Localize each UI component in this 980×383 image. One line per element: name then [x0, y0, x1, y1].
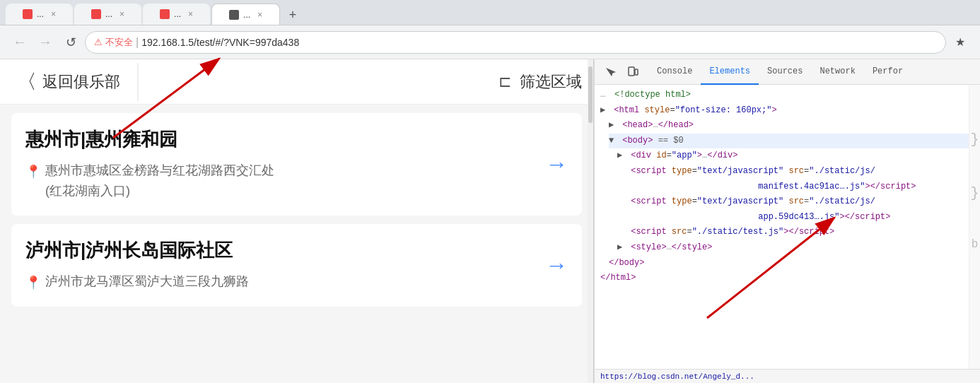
dt-expand-head[interactable]: ▶ — [609, 118, 617, 134]
dt-tab-elements[interactable]: Elements — [701, 59, 759, 85]
dt-line-body-close: </body> — [609, 256, 974, 271]
dt-line-html-close: </html> — [600, 271, 974, 286]
dt-script3-content: <script src="./static/test.js"></script> — [626, 225, 834, 240]
filter-area-label: 筛选区域 — [520, 71, 582, 93]
app-header: 〈 返回俱乐部 ⊏ 筛选区域 — [0, 59, 593, 105]
card-2-arrow-icon: → — [545, 252, 568, 278]
bookmark-button[interactable]: ★ — [949, 31, 972, 54]
reload-button[interactable]: ↺ — [59, 31, 82, 54]
svg-rect-1 — [635, 69, 638, 75]
tab-1[interactable]: ... × — [6, 4, 73, 25]
tab-close-4[interactable]: × — [257, 10, 262, 20]
insecure-label: 不安全 — [105, 36, 133, 49]
tab-2[interactable]: ... × — [74, 4, 141, 25]
card-1-address-text: 惠州市惠城区金榜路与红花湖路西交汇处 (红花湖南入口) — [45, 160, 274, 201]
dt-script3-link[interactable]: ./static/test — [697, 227, 764, 237]
tab-label-4: ... — [243, 10, 250, 20]
dt-expand-script2 — [617, 194, 626, 210]
main-content: 〈 返回俱乐部 ⊏ 筛选区域 惠州市|惠州雍和园 📍 惠州市惠城区金榜路与红花湖… — [0, 59, 980, 383]
address-bar[interactable]: ⚠ 不安全 | 192.168.1.5/test/#/?VNK=997da438 — [85, 31, 946, 54]
card-2-address: 📍 泸州市龙马潭区蜀泸大道三段九狮路 — [25, 271, 531, 293]
scroll-thumb[interactable] — [588, 66, 593, 123]
tab-close-2[interactable]: × — [119, 9, 124, 19]
dt-expand-body[interactable]: ▼ — [609, 134, 617, 149]
security-icon: ⚠ — [94, 37, 103, 47]
location-card-2[interactable]: 泸州市|泸州长岛国际社区 📍 泸州市龙马潭区蜀泸大道三段九狮路 → — [11, 224, 582, 307]
location-pin-icon-1: 📍 — [25, 162, 41, 182]
back-chevron-icon: 〈 — [17, 69, 37, 95]
dt-expand-div[interactable]: ▶ — [617, 148, 626, 164]
back-to-club-button[interactable]: 〈 返回俱乐部 — [11, 63, 139, 101]
filter-area: ⊏ 筛选区域 — [498, 71, 582, 93]
dt-doctype-text: <!doctype html> — [614, 88, 691, 103]
dt-tab-console[interactable]: Console — [648, 59, 701, 85]
dt-line-doctype: … <!doctype html> — [600, 88, 974, 103]
new-tab-button[interactable]: + — [283, 5, 303, 25]
dt-tab-sources[interactable]: Sources — [759, 59, 811, 85]
dt-dots-1: … — [600, 88, 612, 103]
tab-3[interactable]: ... × — [143, 4, 210, 25]
dt-body-close-tag: </body> — [609, 256, 644, 271]
card-2-content: 泸州市|泸州长岛国际社区 📍 泸州市龙马潭区蜀泸大道三段九狮路 — [25, 238, 531, 293]
devtools-cursor-icon[interactable] — [600, 62, 620, 82]
dt-line-body: ▼ <body> == $0 — [609, 134, 974, 149]
tab-label-1: ... — [37, 9, 44, 19]
url-text: 192.168.1.5/test/#/?VNK=997da438 — [141, 37, 299, 48]
dt-body-tag: <body> == $0 — [617, 134, 684, 149]
card-1-address: 📍 惠州市惠城区金榜路与红花湖路西交汇处 (红花湖南入口) — [25, 160, 531, 201]
tab-favicon-2 — [91, 9, 101, 19]
dt-tab-performance[interactable]: Perfor — [864, 59, 911, 85]
address-divider: | — [136, 36, 139, 49]
dt-expand-script1 — [617, 164, 626, 179]
dt-style-tag: <style>…</style> — [626, 240, 712, 256]
dt-line-script1: <script type="text/javascript" src="./st… — [617, 164, 974, 194]
status-link[interactable]: https://blog.csdn.net/Angely_d... — [600, 372, 754, 381]
app-panel: 〈 返回俱乐部 ⊏ 筛选区域 惠州市|惠州雍和园 📍 惠州市惠城区金榜路与红花湖… — [0, 59, 594, 383]
dt-line-html: ▶ <html style="font-size: 160px;"> — [600, 103, 974, 119]
dt-line-head: ▶ <head>…</head> — [609, 118, 974, 134]
address-bar-row: ← → ↺ ⚠ 不安全 | 192.168.1.5/test/#/?VNK=99… — [0, 25, 980, 59]
dt-tab-network[interactable]: Network — [811, 59, 863, 85]
dt-expand-html[interactable]: ▶ — [600, 103, 609, 119]
tab-bar: ... × ... × ... × ... × + — [0, 0, 980, 25]
card-1-arrow-icon: → — [545, 151, 568, 177]
dt-line-style: ▶ <style>…</style> — [617, 240, 974, 256]
filter-funnel-icon: ⊏ — [498, 73, 511, 91]
dt-line-div-app: ▶ <div id="app">…</div> — [617, 148, 974, 164]
devtools-device-icon[interactable] — [623, 62, 643, 82]
dt-script1-content: <script type="text/javascript" src="./st… — [626, 164, 916, 194]
card-2-title: 泸州市|泸州长岛国际社区 — [25, 238, 531, 263]
right-brace-indicator: } } b — [969, 85, 980, 369]
dt-expand-style[interactable]: ▶ — [617, 240, 626, 256]
devtools-status-bar: https://blog.csdn.net/Angely_d... — [595, 369, 980, 383]
tab-close-1[interactable]: × — [51, 9, 56, 19]
tab-favicon-4 — [229, 10, 239, 20]
svg-rect-0 — [629, 67, 634, 76]
dt-line-script2: <script type="text/javascript" src="./st… — [617, 194, 974, 225]
forward-button[interactable]: → — [34, 31, 57, 54]
location-card-1[interactable]: 惠州市|惠州雍和园 📍 惠州市惠城区金榜路与红花湖路西交汇处 (红花湖南入口) … — [11, 113, 582, 216]
location-pin-icon-2: 📍 — [25, 273, 41, 293]
dt-expand-script3 — [617, 225, 626, 240]
devtools-tab-bar: Console Elements Sources Network Perfor — [595, 59, 980, 85]
back-to-club-label: 返回俱乐部 — [42, 71, 120, 93]
card-1-content: 惠州市|惠州雍和园 📍 惠州市惠城区金榜路与红花湖路西交汇处 (红花湖南入口) — [25, 127, 531, 201]
dt-head-tag: <head>…</head> — [617, 118, 694, 134]
tab-favicon-3 — [160, 9, 170, 19]
dt-div-tag: <div id="app">…</div> — [626, 148, 737, 164]
dt-html-tag: <html style="font-size: 160px;"> — [609, 103, 777, 119]
dt-script2-content: <script type="text/javascript" src="./st… — [626, 194, 890, 225]
tab-favicon-1 — [23, 9, 33, 19]
card-2-address-text: 泸州市龙马潭区蜀泸大道三段九狮路 — [45, 271, 249, 292]
devtools-content: … <!doctype html> ▶ <html style="font-si… — [595, 85, 980, 369]
dt-line-script3: <script src="./static/test.js"></script> — [617, 225, 974, 240]
dt-html-close-tag: </html> — [600, 271, 636, 286]
tab-close-3[interactable]: × — [188, 9, 193, 19]
devtools-panel: Console Elements Sources Network Perfor … — [594, 59, 980, 383]
tab-label-3: ... — [174, 9, 181, 19]
back-button[interactable]: ← — [8, 31, 31, 54]
card-1-title: 惠州市|惠州雍和园 — [25, 127, 531, 152]
tab-label-2: ... — [105, 9, 112, 19]
scroll-bar[interactable] — [588, 59, 593, 383]
tab-4-active[interactable]: ... × — [211, 4, 280, 25]
